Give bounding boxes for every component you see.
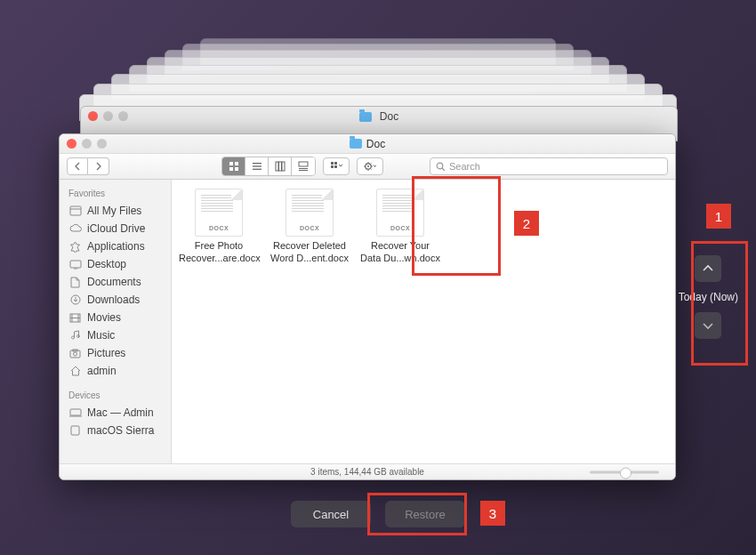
home-icon [68,366,82,377]
close-icon[interactable] [88,111,98,121]
svg-rect-21 [70,261,81,268]
sidebar-item-label: Applications [87,240,145,253]
annotation-box [412,176,501,276]
sidebar-item-documents[interactable]: Documents [60,273,171,291]
action-button[interactable] [357,157,383,175]
downloads-icon [68,294,82,306]
desktop-icon [68,259,82,270]
annotation-box [367,493,467,535]
cloud-icon [68,223,82,235]
svg-point-18 [367,165,369,167]
all-files-icon [68,205,82,217]
minimize-icon [103,111,113,121]
sidebar-item-music[interactable]: Music [60,326,171,344]
sidebar-item-label: Movies [87,311,121,324]
back-button[interactable] [67,157,88,175]
svg-rect-5 [253,165,261,166]
sidebar-item-label: macOS Sierra [87,424,154,437]
annotation-number: 1 [706,204,731,229]
nav-buttons [67,157,109,175]
sidebar-item-downloads[interactable]: Downloads [60,291,171,309]
sidebar-item-label: Desktop [87,258,126,270]
svg-rect-13 [331,162,334,165]
sidebar-section-favorites: Favorites [60,185,171,202]
file-item[interactable]: DOCX Recover DeletedWord D...ent.docx [269,189,350,265]
traffic-lights [67,139,107,149]
sidebar: Favorites All My Files iCloud Drive Appl… [60,180,172,463]
svg-rect-28 [71,426,79,435]
file-extension-label: DOCX [286,225,333,233]
annotation-number: 3 [480,501,505,526]
mac-icon [68,407,82,419]
svg-point-25 [74,352,77,356]
window-title: Doc [81,107,677,126]
sidebar-item-admin[interactable]: admin [60,362,171,380]
maximize-icon [118,111,128,121]
maximize-icon[interactable] [97,139,107,149]
coverflow-view-button[interactable] [292,157,315,175]
applications-icon [68,241,82,253]
svg-rect-3 [235,167,238,171]
file-item[interactable]: DOCX Free PhotoRecover...are.docx [179,189,259,265]
arrange-button[interactable] [323,157,350,175]
sidebar-item-label: admin [87,365,117,377]
sidebar-item-macos-sierra[interactable]: macOS Sierra [60,422,171,439]
file-name: Recover DeletedWord D...ent.docx [269,240,350,265]
svg-rect-15 [331,165,334,168]
svg-rect-6 [253,169,261,170]
minimize-icon[interactable] [82,139,92,149]
svg-rect-9 [282,162,285,171]
sidebar-item-mac-admin[interactable]: Mac — Admin [60,404,171,422]
cancel-button[interactable]: Cancel [291,501,371,527]
svg-rect-1 [235,162,238,165]
svg-rect-8 [278,162,281,171]
status-text: 3 items, 144,44 GB available [310,467,424,477]
svg-rect-0 [229,162,233,165]
svg-rect-2 [229,167,233,171]
svg-rect-12 [299,170,308,171]
sidebar-item-all-my-files[interactable]: All My Files [60,202,171,220]
svg-point-19 [437,163,443,169]
music-icon [68,330,82,342]
statusbar: 3 items, 144,44 GB available [60,463,675,479]
toolbar: Search [60,154,675,180]
search-input[interactable]: Search [430,157,668,175]
sidebar-item-icloud[interactable]: iCloud Drive [60,220,171,237]
document-icon: DOCX [286,189,334,237]
window-title-text: Doc [380,110,398,123]
documents-icon [68,277,82,288]
sidebar-item-pictures[interactable]: Pictures [60,344,171,362]
sidebar-item-label: All My Files [87,205,141,217]
svg-rect-20 [70,206,81,215]
list-view-button[interactable] [245,157,269,175]
svg-rect-11 [299,168,308,169]
column-view-button[interactable] [269,157,292,175]
icon-view-button[interactable] [222,157,245,175]
svg-rect-10 [299,162,308,166]
folder-icon [350,139,362,149]
svg-rect-27 [70,409,81,415]
sidebar-item-movies[interactable]: Movies [60,309,171,326]
traffic-lights [88,111,128,121]
svg-rect-7 [276,162,278,171]
sidebar-item-label: iCloud Drive [87,222,145,235]
sidebar-item-label: Downloads [87,294,140,306]
sidebar-item-label: Documents [87,276,141,288]
movies-icon [68,312,82,324]
sidebar-section-devices: Devices [60,387,171,404]
disk-icon [68,425,82,437]
sidebar-item-label: Mac — Admin [87,406,154,419]
file-name: Free PhotoRecover...are.docx [179,240,259,265]
svg-rect-4 [253,163,261,164]
sidebar-item-desktop[interactable]: Desktop [60,255,171,273]
close-icon[interactable] [67,139,76,149]
view-mode-segmented [221,157,316,176]
annotation-box [691,241,748,366]
sidebar-item-applications[interactable]: Applications [60,237,171,255]
svg-rect-14 [334,162,337,165]
icon-size-slider[interactable] [590,471,659,473]
svg-rect-16 [334,165,337,168]
folder-icon [359,112,372,122]
forward-button[interactable] [88,157,109,175]
annotation-number: 2 [514,211,539,236]
